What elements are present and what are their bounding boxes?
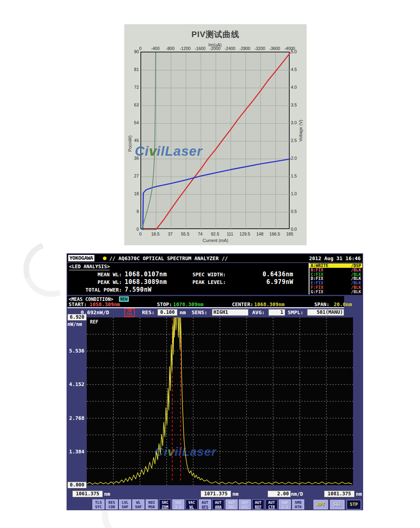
piv-left-tick: 18 <box>125 191 139 196</box>
piv-right-tick: 3.5 <box>291 102 305 107</box>
meas-condition-bar: <MEAS CONDITION> NEW START: 1058.309nm S… <box>67 296 344 307</box>
piv-top-tick: -2800 <box>237 46 253 51</box>
sens-field[interactable]: HIGH1 <box>212 309 249 316</box>
stop-value: 1078.309nm <box>173 301 203 307</box>
new-badge: NEW <box>119 296 129 302</box>
action-key-rpt[interactable]: RPT <box>313 500 328 509</box>
piv-plot-area <box>140 52 290 229</box>
piv-left-tick: 81 <box>125 67 139 72</box>
softkey-aut-ref[interactable]: AUTREF <box>252 499 264 509</box>
piv-left-tick: 27 <box>125 173 139 178</box>
piv-top-tick: -2400 <box>222 46 238 51</box>
piv-title: PIV测试曲线 <box>124 29 307 40</box>
piv-plot-svg <box>141 52 290 230</box>
osa-header-bar: YOKOGAWA // AQ6370C OPTICAL SPECTRUM ANA… <box>67 254 362 262</box>
x-div-field: 2.00 <box>267 490 291 497</box>
piv-left-tick: 72 <box>125 85 139 90</box>
piv-left-tick: 54 <box>125 120 139 125</box>
sens-label: SENS: <box>192 309 207 315</box>
trace-name: B:FIX <box>311 268 323 272</box>
x-right-unit: nm <box>356 491 362 497</box>
piv-left-tick: 0 <box>125 227 139 232</box>
piv-left-tick: 36 <box>125 156 139 161</box>
smpl-label: SMPL: <box>288 309 303 315</box>
piv-left-tick: 63 <box>125 102 139 107</box>
piv-right-tick: 4.0 <box>291 85 305 90</box>
softkey-noi-msk[interactable]: NOIMSK <box>146 499 158 509</box>
softkey-smo-oth[interactable]: SMOOTH <box>292 499 304 509</box>
x-left-field: 1061.375 <box>72 490 103 497</box>
spectrum-plot-area: REF CivilLaser <box>87 317 353 485</box>
softkey-aut-ofs[interactable]: AUTOFS <box>199 499 211 509</box>
action-key-sgl[interactable]: SGL <box>330 500 345 509</box>
softkey-aut-ana[interactable]: AUTANA <box>212 499 224 509</box>
ref-level-field: 6.920 <box>67 314 87 321</box>
start-label: START: <box>69 301 87 307</box>
total-power-value: 7.590nW <box>125 286 152 293</box>
softkey-res-cor[interactable]: RESCOR <box>106 499 118 509</box>
spec-width-label: SPEC WIDTH: <box>192 271 226 278</box>
x-right-field: 1081.375 <box>324 490 355 497</box>
piv-right-tick: 1.5 <box>291 173 305 178</box>
res-label: RES: <box>142 309 155 315</box>
total-power-label: TOTAL POWER: <box>69 287 122 293</box>
spectrum-trace-A <box>87 317 352 484</box>
softkey-src-zom[interactable]: SRCZOM <box>159 499 171 509</box>
piv-right-tick: 4.5 <box>291 67 305 72</box>
yokogawa-logo: YOKOGAWA <box>68 255 94 261</box>
peak-level-value: 6.979nW <box>241 278 293 286</box>
softkey-src-1-2[interactable]: SRC1-2 <box>172 499 184 509</box>
osa-screen: YOKOGAWA // AQ6370C OPTICAL SPECTRUM ANA… <box>67 253 363 510</box>
softkey-swp-1-2[interactable]: SWP1-2 <box>279 499 291 509</box>
spectrum-svg <box>87 317 353 485</box>
spec-width-value: 0.6436nm <box>241 271 293 278</box>
softkey-wl-shf[interactable]: WLSHF <box>132 499 144 509</box>
meas-underline <box>67 307 344 308</box>
softkey-lvl-shf[interactable]: LVLSHF <box>119 499 131 509</box>
piv-chart: PIV测试曲线 Im(uA) 0-400-800-1200-1600-2000-… <box>124 24 307 245</box>
osa-title: // AQ6370C OPTICAL SPECTRUM ANALYZER // <box>109 255 228 261</box>
softkey-aut-scl[interactable]: AUTSCL <box>239 499 251 509</box>
softkey-aut-src[interactable]: AUTSRC <box>226 499 238 509</box>
piv-right-tick: 0.0 <box>291 227 305 232</box>
page: PIV测试曲线 Im(uA) 0-400-800-1200-1600-2000-… <box>0 0 420 528</box>
trace-row-B[interactable]: B:FIX/BLK <box>309 268 362 272</box>
piv-left-tick: 90 <box>125 49 139 54</box>
avg-field[interactable]: 1 <box>268 309 285 316</box>
piv-bottom-axis-label: Current (mA) <box>124 238 307 243</box>
softkey-aut-ctr[interactable]: AUTCTR <box>265 499 278 509</box>
led-analysis-title: <LED ANALYSIS> <box>69 264 110 270</box>
piv-top-tick: -400 <box>147 46 163 51</box>
x-div-unit: nm/D <box>291 491 303 497</box>
span-value: 20.0nm <box>334 301 352 307</box>
action-key-stp[interactable]: STP <box>347 500 361 509</box>
res-field[interactable]: 0.100 <box>157 309 178 316</box>
piv-right-tick: 2.0 <box>291 156 305 161</box>
peak-wl-label: PEAK WL: <box>79 279 122 285</box>
piv-right-axis-label: Voltage (V) <box>298 119 303 143</box>
start-value: 1058.309nm <box>90 301 120 307</box>
mean-wl-label: MEAN WL: <box>79 271 122 278</box>
trace-mode: /BLK <box>351 268 361 272</box>
softkey-vac-wl[interactable]: VACWL <box>186 499 198 509</box>
yokogawa-dot-icon <box>103 257 107 260</box>
y-unit-label: nW/nm <box>67 321 82 327</box>
y-zero-field: 0.000 <box>67 482 87 488</box>
avg-label: AVG: <box>252 309 265 315</box>
uncal-icon: UNCAL <box>124 308 135 317</box>
led-analysis-panel: <LED ANALYSIS> MEAN WL: 1068.0107nm PEAK… <box>67 263 362 295</box>
piv-top-tick: -1200 <box>177 46 193 51</box>
softkey-tls-syc[interactable]: TLSSYC <box>92 499 104 509</box>
piv-left-tick: 9 <box>125 209 139 214</box>
piv-left-axis-label: Po(mW) <box>127 131 132 156</box>
trace-row-G[interactable]: G:FIX/BLK <box>309 290 362 294</box>
piv-top-tick: -1600 <box>192 46 208 51</box>
stop-label: STOP: <box>157 301 172 307</box>
smpl-field[interactable]: 501(MANU) <box>307 309 344 316</box>
piv-right-tick: 1.0 <box>291 191 305 196</box>
trace-mode: /BLK <box>351 290 361 294</box>
piv-top-tick: -800 <box>162 46 178 51</box>
trace-status-panel: A:WRITE/DSPB:FIX/BLKC:FIX/BLKD:FIX/BLKE:… <box>309 263 362 294</box>
spectrum-y-tick: 1.384 <box>67 449 84 455</box>
piv-top-tick: -2000 <box>207 46 223 51</box>
